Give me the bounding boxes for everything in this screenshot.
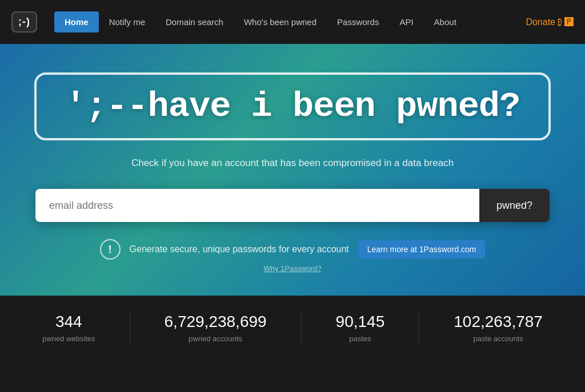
- nav-link-home[interactable]: Home: [54, 11, 99, 33]
- nav-link-about[interactable]: About: [424, 11, 467, 33]
- nav-item-whos[interactable]: Who's been pwned: [234, 11, 327, 33]
- nav-link-api[interactable]: API: [389, 11, 423, 33]
- search-bar: pwned?: [35, 189, 550, 222]
- onepassword-icon: !: [100, 239, 121, 260]
- bitcoin-icon: ₿: [558, 17, 562, 27]
- hero-logo-box: ';--have i been pwned?: [34, 72, 551, 140]
- donate-label: Donate: [526, 17, 555, 27]
- site-logo[interactable]: ;-): [11, 11, 37, 33]
- nav-item-domain[interactable]: Domain search: [155, 11, 234, 33]
- stat-pastes: 90,145 pastes: [302, 313, 420, 343]
- learn-more-button[interactable]: Learn more at 1Password.com: [358, 240, 486, 258]
- promo-text: Generate secure, unique passwords for ev…: [130, 244, 349, 254]
- nav-item-passwords[interactable]: Passwords: [327, 11, 389, 33]
- stat-websites-number: 344: [42, 313, 95, 331]
- stats-bar: 344 pwned websites 6,729,238,699 pwned a…: [0, 296, 585, 358]
- nav-link-notify[interactable]: Notify me: [99, 11, 155, 33]
- hero-subtitle: Check if you have an account that has be…: [131, 157, 454, 169]
- search-input[interactable]: [35, 189, 479, 222]
- navbar: ;-) Home Notify me Domain search Who's b…: [0, 0, 585, 44]
- search-button[interactable]: pwned?: [479, 189, 550, 222]
- donate-link[interactable]: Donate ₿ 🅿: [526, 17, 574, 27]
- stat-paste-accounts-label: paste accounts: [473, 334, 523, 343]
- nav-link-domain[interactable]: Domain search: [155, 11, 234, 33]
- nav-link-whos[interactable]: Who's been pwned: [234, 11, 327, 33]
- paypal-icon: 🅿: [564, 17, 574, 27]
- hero-logo-text: ';--have i been pwned?: [65, 86, 520, 127]
- nav-item-about[interactable]: About: [424, 11, 467, 33]
- stat-accounts-number: 6,729,238,699: [165, 313, 267, 331]
- promo-banner: ! Generate secure, unique passwords for …: [100, 239, 486, 260]
- nav-item-notify[interactable]: Notify me: [99, 11, 155, 33]
- nav-links: Home Notify me Domain search Who's been …: [54, 11, 467, 33]
- stat-websites: 344 pwned websites: [8, 313, 130, 343]
- stat-accounts: 6,729,238,699 pwned accounts: [130, 313, 302, 343]
- stat-pastes-number: 90,145: [336, 313, 385, 331]
- nav-item-api[interactable]: API: [389, 11, 423, 33]
- stat-accounts-label: pwned accounts: [189, 334, 242, 343]
- stat-paste-accounts: 102,263,787 paste accounts: [419, 313, 577, 343]
- why-1password-link[interactable]: Why 1Password?: [263, 264, 321, 273]
- stat-paste-accounts-number: 102,263,787: [454, 313, 543, 331]
- nav-link-passwords[interactable]: Passwords: [327, 11, 389, 33]
- hero-section: ';--have i been pwned? Check if you have…: [0, 44, 585, 296]
- stat-pastes-label: pastes: [349, 334, 371, 343]
- stat-websites-label: pwned websites: [42, 334, 95, 343]
- nav-item-home[interactable]: Home: [54, 11, 99, 33]
